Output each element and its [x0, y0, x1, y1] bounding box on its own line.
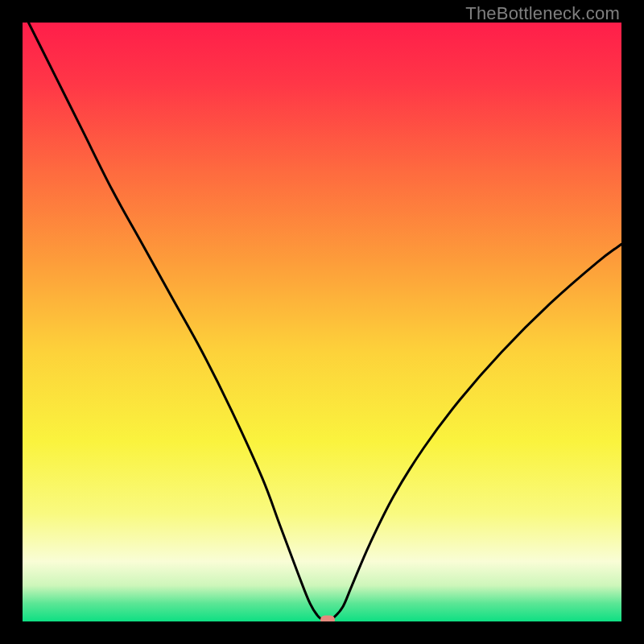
bottleneck-curve — [23, 23, 621, 621]
plot-area — [23, 23, 621, 621]
optimal-point-marker — [320, 615, 335, 621]
chart-frame: TheBottleneck.com — [0, 0, 644, 644]
watermark-text: TheBottleneck.com — [465, 3, 620, 24]
